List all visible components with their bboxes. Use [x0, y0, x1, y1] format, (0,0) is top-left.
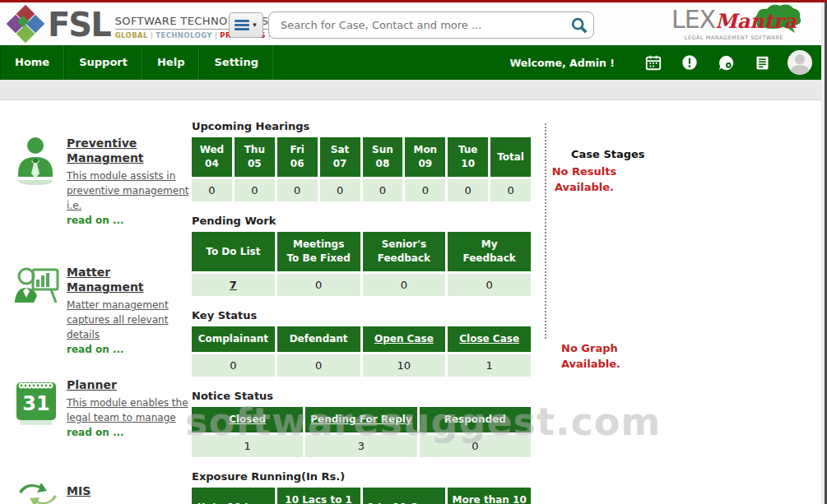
- lexmantra-logo: LEXMantra LEGAL MANAGEMENT SOFTWARE: [668, 6, 800, 41]
- table-header-cell: Sun 08: [363, 137, 403, 177]
- module-title[interactable]: Preventive Managment: [67, 136, 189, 165]
- table-header-cell: 10 Lacs to 1 Crore: [277, 488, 360, 504]
- table-value-cell: 0: [277, 274, 360, 296]
- search-icon: [570, 16, 588, 35]
- table-value-cell: 0: [490, 179, 531, 201]
- sidebar-module: 31 Planner This module enables the legal…: [15, 377, 189, 440]
- dashboard-table: ClosedPending For ReplyResponded130: [189, 405, 533, 460]
- section-title: Pending Work: [192, 215, 536, 227]
- nav-item-help[interactable]: Help: [142, 45, 199, 80]
- recycle-icon: [15, 483, 56, 504]
- no-results-message: No Results Available.: [535, 164, 634, 195]
- global-search: [268, 12, 594, 39]
- nav-item-support[interactable]: Support: [64, 45, 142, 80]
- section-title: Exposure Running(In Rs.): [192, 470, 536, 483]
- dashboard-table: To Do ListMeetings To Be FixedSenior's F…: [189, 229, 533, 298]
- dashboard-section: Upcoming HearingsWed 04Thu 05Fri 06Sat 0…: [192, 120, 536, 204]
- module-description[interactable]: This module assists in preventive manage…: [67, 169, 189, 213]
- presentation-icon: [15, 265, 56, 357]
- section-title: Key Status: [192, 309, 536, 321]
- sidebar-module: Matter Managment Matter management captu…: [15, 265, 189, 357]
- table-header-cell: Responded: [420, 407, 531, 432]
- table-header-cell[interactable]: Pending For Reply: [305, 407, 416, 432]
- vertical-divider: [545, 123, 546, 339]
- search-input[interactable]: [269, 19, 565, 31]
- svg-text:31: 31: [22, 392, 49, 415]
- module-title[interactable]: Matter Managment: [67, 265, 189, 294]
- table-header-cell: Upto 10 Lacs: [192, 488, 275, 504]
- table-header-cell: My Feedback: [448, 232, 531, 271]
- notes-icon[interactable]: [751, 52, 773, 73]
- search-button[interactable]: [565, 12, 593, 38]
- table-value-cell: 0: [192, 354, 275, 377]
- table-header-cell[interactable]: Closed: [192, 407, 303, 432]
- table-header-cell: Defendant: [277, 326, 360, 352]
- section-title: Upcoming Hearings: [192, 120, 536, 132]
- table-value-cell: 0: [448, 274, 531, 296]
- dashboard-table: Wed 04Thu 05Fri 06Sat 07Sun 08Mon 09Tue …: [189, 135, 533, 204]
- mantra-logo-word: Mantra: [715, 9, 797, 33]
- fsl-tagline-segment: TECHNOLOGY: [156, 31, 212, 39]
- nav-items: HomeSupportHelpSetting: [0, 45, 273, 80]
- case-stages-title: Case Stages: [571, 148, 645, 160]
- table-value-cell: 0: [420, 435, 531, 457]
- top-accent-line: [0, 0, 827, 2]
- table-value-cell[interactable]: 7: [192, 274, 275, 296]
- hamburger-icon: [235, 18, 249, 32]
- no-graph-message: No Graph Available.: [561, 340, 627, 372]
- table-header-cell: To Do List: [192, 232, 275, 271]
- fsl-tagline-segment: GLOBAL: [115, 31, 148, 39]
- menu-dropdown-button[interactable]: ▼: [229, 12, 263, 38]
- table-value-cell: 0: [448, 179, 488, 201]
- fsl-diamond-icon: [7, 6, 44, 44]
- user-avatar[interactable]: [788, 50, 812, 75]
- table-header-cell: More than 10 Crore: [448, 488, 531, 504]
- table-header-cell: Meetings To Be Fixed: [277, 232, 360, 271]
- alert-icon[interactable]: [679, 52, 700, 73]
- app-header: FSL SOFTWARE TECHNOLOGIES LTD. GLOBAL | …: [0, 2, 827, 45]
- table-header-cell: Fri 06: [277, 137, 318, 177]
- main-navigation: HomeSupportHelpSetting Welcome, Admin !: [0, 45, 827, 80]
- dashboard-section: Exposure Running(In Rs.)Upto 10 Lacs10 L…: [192, 470, 536, 504]
- module-read-more-link[interactable]: read on ...: [67, 425, 189, 440]
- module-description[interactable]: This module enables the legal team to ma…: [67, 395, 189, 425]
- dashboard-tables: Upcoming HearingsWed 04Thu 05Fri 06Sat 0…: [192, 120, 536, 504]
- table-header-cell: Complainant: [192, 326, 275, 352]
- table-value-cell: 0: [235, 179, 275, 201]
- module-read-more-link[interactable]: read on ...: [67, 342, 189, 357]
- module-description[interactable]: Matter management captures all relevant …: [67, 298, 189, 342]
- sidebar-module: Preventive Managment This module assists…: [15, 136, 189, 228]
- table-header-cell[interactable]: Open Case: [363, 326, 446, 352]
- table-value-cell: 10: [363, 354, 446, 377]
- person-icon: [15, 136, 56, 228]
- chat-icon[interactable]: [715, 52, 736, 73]
- table-value-cell: 0: [363, 274, 446, 296]
- table-header-cell: Total: [490, 137, 531, 177]
- table-value-cell: 1: [192, 435, 303, 457]
- table-value-cell: 0: [363, 179, 403, 201]
- lex-logo-subtitle: LEGAL MANAGEMENT SOFTWARE: [668, 35, 800, 41]
- table-header-cell: Sat 07: [320, 137, 360, 177]
- module-title[interactable]: MIS: [67, 483, 189, 498]
- table-value-cell: 3: [305, 435, 416, 457]
- table-value-cell: 0: [277, 354, 360, 377]
- lex-logo-word: LEX: [671, 5, 715, 34]
- dashboard-table: ComplainantDefendantOpen CaseClose Case0…: [189, 324, 533, 379]
- module-read-more-link[interactable]: read on ...: [67, 213, 189, 228]
- module-title[interactable]: Planner: [67, 377, 189, 392]
- table-header-cell: Tue 10: [448, 137, 488, 177]
- table-header-cell[interactable]: Close Case: [448, 326, 531, 352]
- table-header-cell: Senior's Feedback: [363, 232, 446, 271]
- nav-item-home[interactable]: Home: [0, 45, 64, 80]
- nav-item-setting[interactable]: Setting: [199, 45, 273, 80]
- table-value-cell: 0: [192, 179, 232, 201]
- calendar-31-icon: 31: [15, 377, 56, 440]
- chevron-down-icon: ▼: [252, 21, 258, 29]
- dashboard-table: Upto 10 Lacs10 Lacs to 1 Crore1 to 10 Cr…: [189, 485, 533, 504]
- table-value-cell: 0: [320, 179, 360, 201]
- table-header-cell: Mon 09: [405, 137, 445, 177]
- fsl-logo-word: FSL: [48, 8, 110, 41]
- dashboard-section: Pending WorkTo Do ListMeetings To Be Fix…: [192, 215, 536, 298]
- calendar-icon[interactable]: [643, 52, 664, 73]
- breadcrumb-strip: [0, 80, 827, 100]
